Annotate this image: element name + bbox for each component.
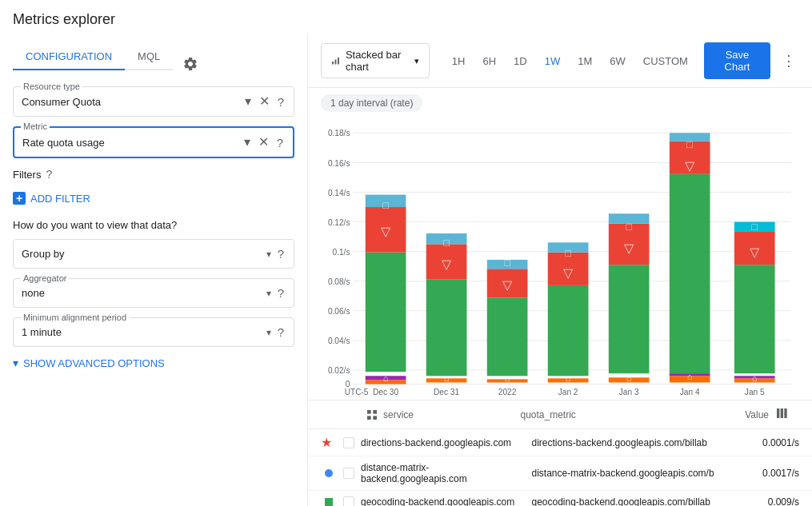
svg-text:0.08/s: 0.08/s — [328, 277, 350, 286]
row2-value: 0.0017/s — [735, 468, 799, 479]
header-service: service — [366, 408, 514, 421]
svg-text:Jan 3: Jan 3 — [619, 388, 639, 396]
svg-rect-86 — [373, 416, 377, 420]
resource-type-dropdown-btn[interactable]: ▾ — [243, 94, 253, 110]
alignment-period-label: Minimum alignment period — [21, 313, 129, 322]
group-by-value: Group by — [22, 248, 266, 260]
aggregator-value: none — [22, 287, 266, 299]
chart-area: 0.18/s 0.16/s 0.14/s 0.12/s 0.1/s 0.08/s… — [308, 118, 812, 396]
svg-rect-49 — [734, 265, 775, 373]
svg-rect-85 — [367, 416, 371, 420]
legend-row: geocoding-backend.googleapis.com geocodi… — [308, 491, 812, 506]
svg-rect-1 — [334, 60, 336, 65]
tab-mql[interactable]: MQL — [125, 44, 173, 70]
group-by-chevron-icon: ▾ — [266, 249, 271, 260]
svg-text:▽: ▽ — [750, 245, 760, 259]
more-options-button[interactable]: ⋮ — [778, 49, 799, 73]
add-filter-label: ADD FILTER — [30, 193, 90, 205]
svg-text:UTC-5: UTC-5 — [345, 388, 369, 396]
svg-text:0.1/s: 0.1/s — [333, 248, 350, 257]
svg-rect-89 — [784, 408, 786, 418]
settings-button[interactable] — [179, 53, 202, 75]
row2-checkbox[interactable] — [343, 468, 354, 479]
row1-checkbox[interactable] — [343, 437, 354, 448]
header-settings[interactable] — [775, 407, 799, 422]
svg-text:□: □ — [443, 237, 450, 249]
svg-rect-23 — [366, 253, 406, 372]
metric-control[interactable]: Rate quota usage ▾ ✕ ? — [13, 126, 294, 158]
svg-text:Jan 5: Jan 5 — [745, 388, 765, 396]
row3-value: 0.009/s — [735, 496, 799, 506]
group-by-control[interactable]: Group by ▾ ? — [13, 239, 294, 269]
grid-icon — [366, 408, 378, 421]
interval-badge: 1 day interval (rate) — [308, 88, 812, 118]
svg-text:▽: ▽ — [381, 224, 391, 238]
svg-rect-83 — [367, 410, 371, 414]
metric-field: Metric Rate quota usage ▾ ✕ ? — [13, 126, 294, 158]
time-btn-6w[interactable]: 6W — [602, 50, 634, 72]
filters-help-icon[interactable]: ? — [46, 168, 52, 181]
svg-rect-84 — [373, 410, 377, 414]
time-btn-custom[interactable]: CUSTOM — [635, 50, 696, 72]
row2-service: distance-matrix-backend.googleapis.com — [361, 462, 525, 484]
row3-checkbox[interactable] — [343, 496, 354, 506]
aggregator-help-btn[interactable]: ? — [276, 285, 286, 301]
resource-type-clear-btn[interactable]: ✕ — [258, 94, 271, 110]
plus-icon: + — [13, 192, 26, 205]
svg-text:0.02/s: 0.02/s — [328, 366, 350, 375]
chart-toolbar: Stacked bar chart ▾ 1H 6H 1D 1W 1M 6W CU… — [308, 34, 812, 88]
svg-text:Jan 2: Jan 2 — [558, 388, 578, 396]
svg-rect-88 — [781, 408, 783, 418]
service-header-label: service — [383, 409, 414, 420]
alignment-period-field: Minimum alignment period 1 minute ▾ ? — [13, 317, 294, 347]
row1-service: directions-backend.googleapis.com — [361, 437, 525, 448]
time-btn-1m[interactable]: 1M — [570, 50, 600, 72]
legend-table-header: service quota_metric Value — [308, 400, 812, 429]
page-title: Metrics explorer — [0, 0, 812, 34]
metric-dropdown-btn[interactable]: ▾ — [242, 134, 252, 150]
view-section-title: How do you want to view that data? — [13, 219, 294, 231]
row2-marker — [325, 469, 333, 477]
chart-type-chevron-icon: ▾ — [414, 56, 419, 66]
row3-quota: geocoding-backend.googleapis.com/billab — [531, 496, 729, 506]
svg-text:0.16/s: 0.16/s — [328, 158, 350, 167]
time-btn-1d[interactable]: 1D — [506, 50, 535, 72]
tab-configuration[interactable]: CONFIGURATION — [13, 44, 125, 70]
svg-text:□: □ — [565, 248, 571, 259]
header-quota: quota_metric — [520, 409, 698, 420]
resource-type-help-btn[interactable]: ? — [276, 94, 286, 110]
metric-icons: ▾ ✕ ? — [242, 134, 285, 150]
row1-quota: directions-backend.googleapis.com/billab — [531, 437, 729, 448]
show-advanced-label: SHOW ADVANCED OPTIONS — [23, 357, 165, 369]
svg-text:▽: ▽ — [563, 265, 574, 279]
time-btn-1h[interactable]: 1H — [444, 50, 474, 72]
row1-value: 0.0001/s — [735, 437, 799, 448]
legend-row: ★ directions-backend.googleapis.com dire… — [308, 429, 812, 456]
svg-text:▽: ▽ — [502, 277, 513, 292]
show-advanced-button[interactable]: ▾ SHOW ADVANCED OPTIONS — [13, 357, 165, 369]
interval-badge-text: 1 day interval (rate) — [321, 94, 422, 112]
svg-text:0.18/s: 0.18/s — [328, 129, 350, 137]
row3-service: geocoding-backend.googleapis.com — [361, 496, 525, 506]
save-chart-button[interactable]: Save Chart — [704, 42, 770, 79]
add-filter-button[interactable]: + ADD FILTER — [13, 189, 90, 208]
alignment-period-help-btn[interactable]: ? — [276, 325, 286, 340]
svg-text:▽: ▽ — [685, 158, 695, 173]
time-btn-1w[interactable]: 1W — [537, 50, 569, 72]
metric-help-btn[interactable]: ? — [275, 135, 285, 150]
metric-clear-btn[interactable]: ✕ — [257, 134, 270, 150]
chart-type-select[interactable]: Stacked bar chart ▾ — [321, 43, 430, 78]
legend-row: distance-matrix-backend.googleapis.com d… — [308, 456, 812, 491]
aggregator-chevron-icon: ▾ — [266, 288, 271, 299]
group-by-help-btn[interactable]: ? — [276, 246, 286, 261]
tabs-row: CONFIGURATION MQL — [13, 44, 294, 83]
header-value: Value — [705, 409, 769, 420]
svg-rect-2 — [338, 58, 339, 64]
svg-text:0.12/s: 0.12/s — [328, 218, 350, 227]
bar-chart-icon — [331, 54, 341, 67]
svg-text:⌂: ⌂ — [626, 373, 632, 383]
row1-marker: ★ — [321, 435, 337, 450]
filters-label: Filters — [13, 169, 41, 181]
svg-text:□: □ — [752, 221, 758, 233]
time-btn-6h[interactable]: 6H — [474, 50, 504, 72]
